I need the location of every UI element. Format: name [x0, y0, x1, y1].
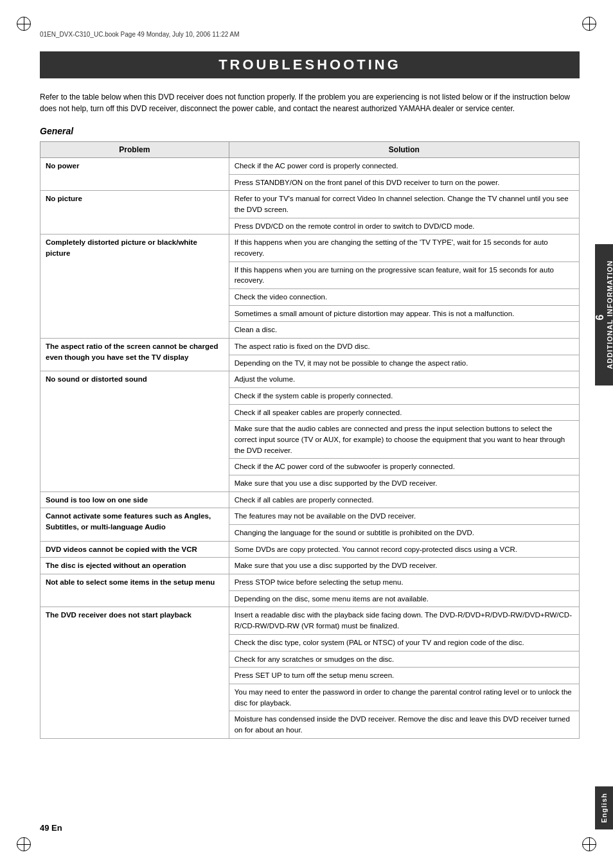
main-content: TROUBLESHOOTING Refer to the table below… — [0, 0, 613, 777]
page: 01EN_DVX-C310_UC.book Page 49 Monday, Ju… — [0, 0, 613, 868]
solution-cell: Check if the AC power cord is properly c… — [229, 158, 579, 175]
solution-cell: Check the disc type, color system (PAL o… — [229, 634, 579, 651]
problem-cell: The disc is ejected without an operation — [40, 558, 229, 574]
corner-crosshair-tl — [17, 17, 31, 31]
solution-cell: Check if all speaker cables are properly… — [229, 404, 579, 421]
problem-cell: Completely distorted picture or black/wh… — [40, 235, 229, 339]
solution-cell: Changing the language for the sound or s… — [229, 525, 579, 542]
table-row: No pictureRefer to your TV's manual for … — [40, 191, 580, 218]
table-row: DVD videos cannot be copied with the VCR… — [40, 541, 580, 558]
solution-cell: The features may not be available on the… — [229, 508, 579, 525]
problem-cell: No sound or distorted sound — [40, 371, 229, 492]
problem-cell: The DVD receiver does not start playback — [40, 607, 229, 738]
solution-cell: Check for any scratches or smudges on th… — [229, 651, 579, 668]
problem-cell: Sound is too low on one side — [40, 492, 229, 508]
table-row: The disc is ejected without an operation… — [40, 558, 580, 574]
file-header: 01EN_DVX-C310_UC.book Page 49 Monday, Ju… — [40, 31, 240, 38]
additional-info-label: 6 ADDITIONAL INFORMATION — [594, 260, 613, 369]
problem-cell: DVD videos cannot be copied with the VCR — [40, 541, 229, 558]
corner-crosshair-br — [582, 837, 596, 851]
solution-cell: Clean a disc. — [229, 322, 579, 339]
solution-cell: Make sure that you use a disc supported … — [229, 558, 579, 574]
intro-paragraph: Refer to the table below when this DVD r… — [40, 91, 580, 114]
solution-cell: Adjust the volume. — [229, 371, 579, 388]
solution-cell: Some DVDs are copy protected. You cannot… — [229, 541, 579, 558]
table-row: Sound is too low on one sideCheck if all… — [40, 492, 580, 508]
solution-cell: Make sure that you use a disc supported … — [229, 475, 579, 492]
solution-cell: Press STANDBY/ON on the front panel of t… — [229, 174, 579, 191]
solution-cell: Refer to your TV's manual for correct Vi… — [229, 191, 579, 218]
solution-cell: Depending on the disc, some menu items a… — [229, 590, 579, 607]
solution-cell: Sometimes a small amount of picture dist… — [229, 305, 579, 322]
table-row: No sound or distorted soundAdjust the vo… — [40, 371, 580, 388]
col-problem: Problem — [40, 142, 229, 158]
solution-cell: Make sure that the audio cables are conn… — [229, 421, 579, 459]
solution-cell: You may need to enter the password in or… — [229, 684, 579, 711]
solution-cell: Depending on the TV, it may not be possi… — [229, 355, 579, 371]
problem-cell: Not able to select some items in the set… — [40, 574, 229, 607]
problem-cell: The aspect ratio of the screen cannot be… — [40, 339, 229, 371]
page-title: TROUBLESHOOTING — [53, 57, 567, 73]
solution-cell: If this happens when you are turning on … — [229, 261, 579, 288]
troubleshooting-table: Problem Solution No powerCheck if the AC… — [40, 141, 580, 739]
problem-cell: No power — [40, 158, 229, 191]
problem-cell: Cannot activate some features such as An… — [40, 508, 229, 541]
title-bar: TROUBLESHOOTING — [40, 51, 580, 78]
section-heading: General — [40, 126, 580, 136]
solution-cell: Moisture has condensed inside the DVD re… — [229, 711, 579, 738]
solution-cell: Check if the system cable is properly co… — [229, 388, 579, 405]
page-number: 49 En — [40, 823, 62, 833]
solution-cell: Check if all cables are properly connect… — [229, 492, 579, 508]
table-row: Cannot activate some features such as An… — [40, 508, 580, 525]
solution-cell: Check if the AC power cord of the subwoo… — [229, 459, 579, 475]
chapter-side-tab: 6 ADDITIONAL INFORMATION — [595, 244, 613, 385]
col-solution: Solution — [229, 142, 579, 158]
solution-cell: Press DVD/CD on the remote control in or… — [229, 218, 579, 235]
solution-cell: Insert a readable disc with the playback… — [229, 607, 579, 634]
solution-cell: Check the video connection. — [229, 289, 579, 306]
solution-cell: Press SET UP to turn off the setup menu … — [229, 668, 579, 684]
corner-crosshair-tr — [582, 17, 596, 31]
language-label: English — [598, 789, 610, 827]
table-row: The DVD receiver does not start playback… — [40, 607, 580, 634]
language-tab: English — [595, 786, 613, 829]
table-row: Completely distorted picture or black/wh… — [40, 235, 580, 261]
corner-crosshair-bl — [17, 837, 31, 851]
solution-cell: Press STOP twice before selecting the se… — [229, 574, 579, 591]
problem-cell: No picture — [40, 191, 229, 235]
solution-cell: If this happens when you are changing th… — [229, 235, 579, 261]
table-row: No powerCheck if the AC power cord is pr… — [40, 158, 580, 175]
table-row: The aspect ratio of the screen cannot be… — [40, 339, 580, 355]
table-row: Not able to select some items in the set… — [40, 574, 580, 591]
solution-cell: The aspect ratio is fixed on the DVD dis… — [229, 339, 579, 355]
